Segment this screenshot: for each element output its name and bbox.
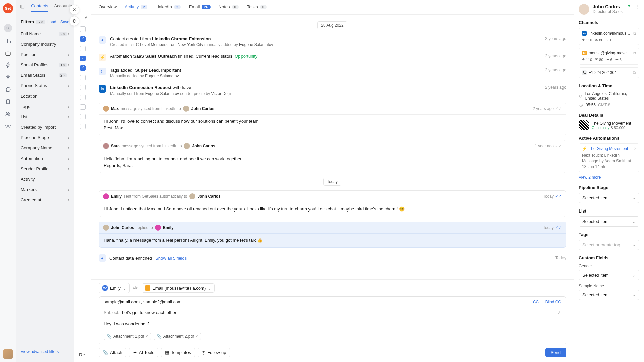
row-checkbox[interactable] xyxy=(80,75,86,80)
app-logo[interactable]: Get xyxy=(3,3,13,13)
save-filters[interactable]: Save xyxy=(60,20,69,24)
row-checkbox[interactable] xyxy=(80,36,86,42)
channel-phone[interactable]: 📞+1 224 202 304⧉ xyxy=(579,67,639,78)
row-checkbox[interactable] xyxy=(80,124,86,129)
composer-body[interactable]: Hey! I was wondering if xyxy=(99,318,566,330)
sender-select[interactable]: MAEmily⌄ xyxy=(99,283,130,293)
refresh-button[interactable] xyxy=(69,16,79,26)
filter-row[interactable]: Social Profiles1 ×› xyxy=(19,60,71,70)
tab-overview[interactable]: Overview xyxy=(99,0,117,14)
close-button[interactable] xyxy=(69,5,79,15)
advanced-filters-link[interactable]: View advanced filters xyxy=(19,346,61,357)
list-select[interactable]: Selected item⌄ xyxy=(579,216,639,227)
subject-row[interactable]: Subject:Let's get to know each other⤢ xyxy=(99,307,566,318)
flag-icon[interactable]: ⚑ xyxy=(627,4,630,8)
field-label-sample: Sample Name xyxy=(579,284,639,288)
event-time: Today xyxy=(555,256,566,260)
cc-button[interactable]: CC xyxy=(533,300,539,304)
filter-row[interactable]: Sender Profile› xyxy=(19,164,71,174)
filters-panel: Contacts Accounts Filters 5× Load Save F… xyxy=(16,0,74,362)
followup-button[interactable]: ◷Follow-up xyxy=(198,348,230,357)
bolt-icon[interactable] xyxy=(5,62,11,68)
sparkle-icon[interactable] xyxy=(5,74,11,80)
copy-icon[interactable]: ⧉ xyxy=(633,31,636,36)
filter-row[interactable]: Position› xyxy=(19,49,71,60)
filter-row[interactable]: Created at› xyxy=(19,195,71,205)
tab-email[interactable]: Email26 xyxy=(189,0,211,14)
chat-icon[interactable] xyxy=(5,86,11,93)
row-checkbox[interactable] xyxy=(80,46,86,51)
channel-email[interactable]: ✉mousa@giving-movement.com⧉ ✈ 110✉ 80↪ 6… xyxy=(579,48,639,65)
load-filters[interactable]: Load xyxy=(47,20,56,24)
copy-icon[interactable]: ⧉ xyxy=(633,70,636,75)
ai-tools-button[interactable]: ✦AI Tools xyxy=(129,348,158,357)
automation-card[interactable]: ⚡The Giving Movement Next Touch: LinkedI… xyxy=(579,143,639,172)
filter-row[interactable]: Location› xyxy=(19,91,71,101)
tab-notes[interactable]: Notes0 xyxy=(219,0,239,14)
filter-row[interactable]: List› xyxy=(19,112,71,122)
sidebar-collapse-icon[interactable] xyxy=(20,4,25,9)
pipeline-select[interactable]: Selected item⌄ xyxy=(579,193,639,203)
row-checkbox[interactable] xyxy=(80,26,86,32)
filter-row[interactable]: Automation› xyxy=(19,153,71,164)
filter-row[interactable]: Activity› xyxy=(19,174,71,184)
remove-attachment-icon[interactable]: × xyxy=(146,334,148,339)
users-icon[interactable] xyxy=(5,111,11,117)
channel-linkedin[interactable]: inlinkedin.com/in/mousa-antonie⧉ ✈ 110✉ … xyxy=(579,28,639,45)
view-more-link[interactable]: View 2 more xyxy=(579,175,639,180)
deal-card[interactable]: The Giving MovementOppotunity$ 50.000 xyxy=(579,120,639,130)
filter-row[interactable]: Full Name2 ×› xyxy=(19,28,71,39)
sample-select[interactable]: Selected item⌄ xyxy=(579,290,639,300)
row-checkbox[interactable] xyxy=(80,56,86,61)
tab-tasks[interactable]: Tasks0 xyxy=(247,0,267,14)
tags-select[interactable]: Select or create tag⌄ xyxy=(579,240,639,250)
filter-row[interactable]: Pipeline Stage› xyxy=(19,132,71,143)
row-checkbox[interactable] xyxy=(80,95,86,100)
profile-avatar[interactable] xyxy=(579,4,589,15)
filter-row[interactable]: Markers› xyxy=(19,184,71,195)
user-avatar[interactable] xyxy=(3,349,13,359)
filter-row[interactable]: Phone Status› xyxy=(19,80,71,91)
copy-icon[interactable]: ⧉ xyxy=(633,51,636,55)
workspace-badge[interactable]: G xyxy=(4,24,12,32)
message-card[interactable]: Maxmessage synced from LinkedIn toJohn C… xyxy=(99,103,566,135)
filter-row[interactable]: Email Status2 ×› xyxy=(19,70,71,80)
row-checkbox[interactable] xyxy=(80,104,86,110)
attach-button[interactable]: 📎Attach xyxy=(99,348,126,357)
attachment-pill[interactable]: 📎Attachment 2.pdf× xyxy=(154,333,201,340)
tab-linkedin[interactable]: LinkedIn2 xyxy=(155,0,180,14)
briefcase-icon[interactable] xyxy=(5,50,11,56)
email-composer: MAEmily⌄ via Email (moussa@tesla.com)⌄ s… xyxy=(91,279,574,362)
row-checkbox[interactable] xyxy=(80,85,86,90)
tab-activity[interactable]: Activity2 xyxy=(125,0,147,14)
clear-filters-icon[interactable]: × xyxy=(41,20,43,24)
gear-icon[interactable] xyxy=(5,123,11,129)
message-body: Hi John, I noticed that Max, and Sara ha… xyxy=(99,202,566,217)
filter-row[interactable]: Company Name› xyxy=(19,143,71,153)
expand-icon[interactable]: ⤢ xyxy=(557,310,561,315)
message-card[interactable]: Emilysent from GetSales automatically to… xyxy=(99,190,566,217)
filter-row[interactable]: Company Industry› xyxy=(19,39,71,49)
to-row[interactable]: sample@mail.com , sample2@mail.comCC|Bli… xyxy=(99,297,566,307)
remove-attachment-icon[interactable]: × xyxy=(195,334,198,339)
channel-select[interactable]: Email (moussa@tesla.com)⌄ xyxy=(142,283,215,293)
chevron-down-icon: ⌄ xyxy=(632,219,636,224)
message-card[interactable]: Saramessage synced from LinkedIn toJohn … xyxy=(99,140,566,173)
row-checkbox[interactable] xyxy=(80,65,86,71)
clipboard-icon[interactable] xyxy=(5,99,11,105)
show-fields-link[interactable]: Show all 5 fields xyxy=(155,256,187,261)
filter-row[interactable]: Created by Import› xyxy=(19,122,71,132)
analytics-icon[interactable] xyxy=(5,38,11,44)
activity-event: ● Contact created from LinkedIn Chrome E… xyxy=(99,34,566,52)
bcc-button[interactable]: Blind CC xyxy=(545,300,561,304)
tab-contacts[interactable]: Contacts xyxy=(31,3,48,12)
templates-button[interactable]: ▦Templates xyxy=(161,348,195,357)
more-icon[interactable]: ⋮ xyxy=(635,4,639,9)
attachment-pill[interactable]: 📎Attachment 1.pdf× xyxy=(104,333,151,340)
filter-row[interactable]: Tags› xyxy=(19,101,71,112)
message-card-reply[interactable]: John Carlosreplied toEmilyToday ✓✓ Haha,… xyxy=(99,222,566,248)
gender-select[interactable]: Selected item⌄ xyxy=(579,270,639,280)
close-icon[interactable]: × xyxy=(634,146,636,151)
send-button[interactable]: Send xyxy=(545,348,566,357)
row-checkbox[interactable] xyxy=(80,114,86,119)
